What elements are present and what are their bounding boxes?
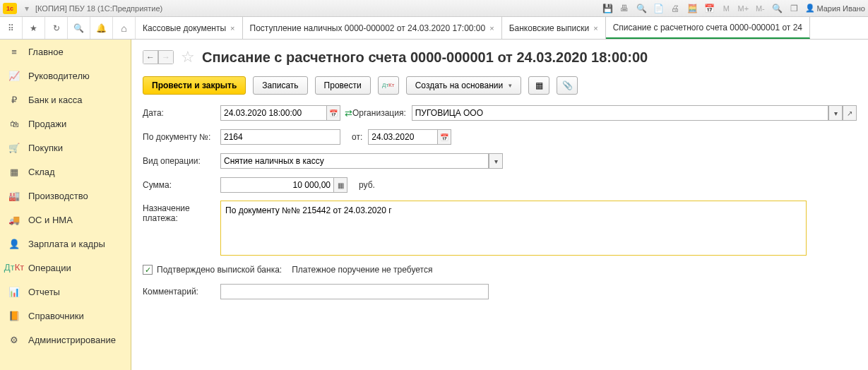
- back-button[interactable]: ←: [143, 50, 158, 64]
- refresh-icon[interactable]: ⇄: [345, 108, 352, 119]
- forward-button[interactable]: →: [158, 50, 174, 64]
- sidebar-item-label: Банк и касса: [28, 95, 83, 105]
- sum-label: Сумма:: [143, 180, 220, 190]
- tab-kassa[interactable]: Кассовые документы ×: [136, 17, 243, 39]
- calc-icon[interactable]: 🧮: [686, 3, 698, 14]
- sidebar-item-purchases[interactable]: 🛒Покупки: [0, 136, 131, 160]
- date-input[interactable]: [220, 105, 326, 121]
- m-plus-button[interactable]: M+: [737, 3, 749, 14]
- page-title: Списание с расчетного счета 0000-000001 …: [202, 49, 648, 66]
- save-disk-icon[interactable]: 💾: [602, 3, 613, 14]
- print2-icon[interactable]: 🖨: [670, 3, 681, 14]
- tab-postuplenie[interactable]: Поступление наличных 0000-000002 от 24.0…: [243, 17, 502, 39]
- sidebar-item-label: Руководителю: [28, 71, 90, 81]
- op-type-select[interactable]: [220, 153, 489, 169]
- sidebar-item-label: Склад: [28, 167, 55, 177]
- calendar-picker-icon[interactable]: 📅: [326, 105, 340, 121]
- tab-label: Банковские выписки: [509, 23, 590, 33]
- post-and-close-button[interactable]: Провести и закрыть: [143, 76, 246, 95]
- sidebar-item-bank[interactable]: ₽Банк и касса: [0, 88, 131, 112]
- person-icon: 👤: [8, 238, 20, 249]
- search-icon[interactable]: 🔍: [636, 3, 647, 14]
- sidebar: ≡Главное 📈Руководителю ₽Банк и касса 🛍Пр…: [0, 40, 131, 370]
- boxes-icon: ▦: [8, 166, 20, 177]
- op-type-label: Вид операции:: [143, 156, 220, 166]
- search-button[interactable]: 🔍: [68, 17, 90, 39]
- dropdown-icon[interactable]: ▾: [828, 105, 843, 121]
- sidebar-item-label: Производство: [28, 191, 88, 201]
- titlebar-dropdown[interactable]: ▾: [21, 3, 32, 14]
- favorite-star-icon[interactable]: ☆: [181, 48, 195, 66]
- tab-bar: ⠿ ★ ↻ 🔍 🔔 ⌂ Кассовые документы × Поступл…: [0, 17, 868, 40]
- print-icon[interactable]: 🖶: [619, 3, 630, 14]
- factory-icon: 🏭: [8, 190, 20, 201]
- sidebar-item-label: Зарплата и кадры: [28, 239, 105, 249]
- history-button[interactable]: ↻: [45, 17, 68, 39]
- register-button[interactable]: ▦: [528, 76, 549, 95]
- from-date-input[interactable]: [368, 129, 437, 145]
- tab-spisanie[interactable]: Списание с расчетного счета 0000-000001 …: [606, 17, 810, 39]
- gear-icon: ⚙: [8, 334, 20, 345]
- purpose-textarea[interactable]: [220, 201, 807, 256]
- post-button[interactable]: Провести: [315, 76, 371, 95]
- doc-num-label: По документу №:: [143, 132, 220, 142]
- home-tab[interactable]: ⌂: [113, 17, 136, 39]
- dropdown-icon[interactable]: ▾: [489, 153, 503, 169]
- notifications-button[interactable]: 🔔: [90, 17, 113, 39]
- zoom-icon[interactable]: 🔍: [771, 3, 783, 14]
- m-minus-button[interactable]: M-: [754, 3, 766, 14]
- toolbar: Провести и закрыть Записать Провести ДтК…: [143, 76, 857, 95]
- app-logo: 1c: [3, 3, 17, 14]
- calc-icon[interactable]: ▦: [333, 177, 347, 193]
- sidebar-item-production[interactable]: 🏭Производство: [0, 184, 131, 208]
- sidebar-item-label: Продажи: [28, 119, 66, 129]
- tab-label: Списание с расчетного счета 0000-000001 …: [613, 23, 802, 32]
- sidebar-item-catalogs[interactable]: 📙Справочники: [0, 304, 131, 328]
- close-icon[interactable]: ×: [593, 24, 598, 32]
- close-icon[interactable]: ×: [489, 24, 494, 32]
- confirmed-checkbox[interactable]: ✓: [143, 265, 153, 275]
- sidebar-item-main[interactable]: ≡Главное: [0, 40, 131, 64]
- sidebar-item-reports[interactable]: 📊Отчеты: [0, 280, 131, 304]
- sidebar-item-label: Покупки: [28, 143, 63, 153]
- pay-order-info: Платежное поручение не требуется: [292, 265, 432, 275]
- apps-button[interactable]: ⠿: [0, 17, 23, 39]
- sidebar-item-warehouse[interactable]: ▦Склад: [0, 160, 131, 184]
- truck-icon: 🚚: [8, 214, 20, 225]
- sidebar-item-admin[interactable]: ⚙Администрирование: [0, 328, 131, 352]
- window-icon[interactable]: ❐: [788, 3, 799, 14]
- chart-icon: 📈: [8, 70, 20, 81]
- sidebar-item-assets[interactable]: 🚚ОС и НМА: [0, 208, 131, 232]
- calendar-picker-icon[interactable]: 📅: [437, 129, 451, 145]
- content-area: ← → ☆ Списание с расчетного счета 0000-0…: [131, 40, 868, 370]
- menu-icon: ≡: [8, 46, 20, 57]
- open-icon[interactable]: ↗: [843, 105, 857, 121]
- favorites-button[interactable]: ★: [23, 17, 45, 39]
- book-icon: 📙: [8, 310, 20, 321]
- sidebar-item-label: Администрирование: [28, 335, 116, 345]
- tab-bank[interactable]: Банковские выписки ×: [502, 17, 606, 39]
- comment-input[interactable]: [220, 284, 489, 299]
- doc-icon[interactable]: 📄: [653, 3, 664, 14]
- close-icon[interactable]: ×: [230, 24, 234, 32]
- create-based-button[interactable]: Создать на основании: [406, 76, 522, 95]
- doc-num-input[interactable]: [220, 129, 340, 145]
- sidebar-item-sales[interactable]: 🛍Продажи: [0, 112, 131, 136]
- nav-group: ← →: [143, 50, 174, 64]
- tab-label: Кассовые документы: [143, 23, 226, 33]
- currency-label: руб.: [359, 180, 375, 190]
- sidebar-item-manager[interactable]: 📈Руководителю: [0, 64, 131, 88]
- org-input[interactable]: [412, 105, 828, 121]
- sidebar-item-operations[interactable]: ДтКтОперации: [0, 256, 131, 280]
- m-button[interactable]: M: [720, 3, 732, 14]
- sum-input[interactable]: [220, 177, 333, 193]
- sidebar-item-label: ОС и НМА: [28, 215, 73, 225]
- cart-icon: 🛒: [8, 142, 20, 153]
- dtkt-button[interactable]: ДтКт: [378, 76, 399, 95]
- attach-button[interactable]: 📎: [557, 76, 578, 95]
- current-user[interactable]: 👤Мария Ивано: [805, 4, 865, 13]
- sidebar-item-salary[interactable]: 👤Зарплата и кадры: [0, 232, 131, 256]
- calendar-icon[interactable]: 📅: [703, 3, 715, 14]
- save-button[interactable]: Записать: [253, 76, 307, 95]
- org-label: Организация:: [352, 108, 406, 118]
